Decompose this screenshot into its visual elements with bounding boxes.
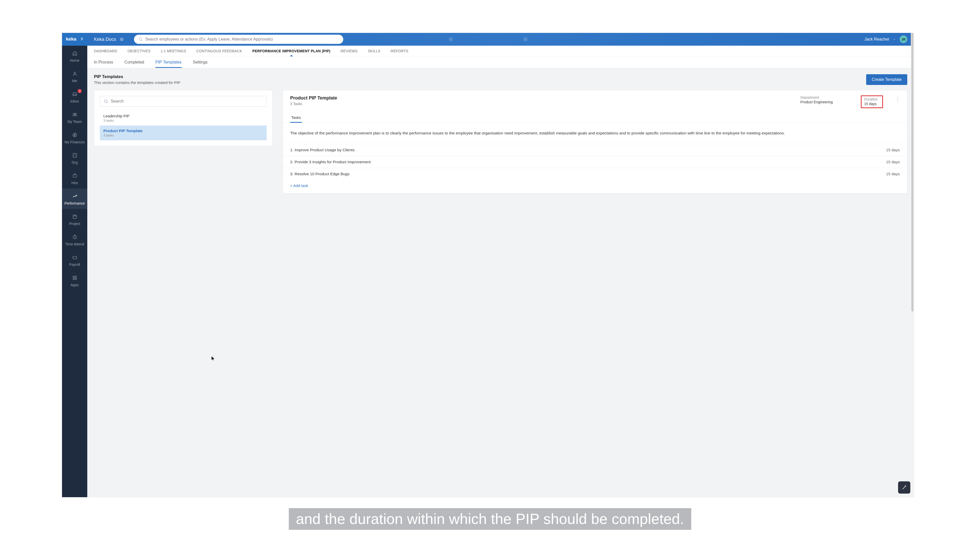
task-duration: 15 days (886, 171, 900, 176)
task-name: 1. Improve Product Usage by Clients (290, 148, 355, 152)
sidebar-item-label: Performance (64, 201, 85, 205)
template-description: The objective of the performance improve… (283, 123, 907, 144)
svg-point-1 (74, 72, 76, 74)
svg-rect-11 (75, 276, 76, 277)
department-value: Product Engineering (800, 100, 833, 104)
primary-tab[interactable]: CONTINUOUS FEEDBACK (197, 46, 242, 56)
primary-tab[interactable]: 1:1 MEETINGS (161, 46, 186, 56)
inbox-badge: 3 (78, 89, 82, 93)
detail-title: Product PIP Template (290, 95, 337, 101)
chevron-down-icon[interactable] (893, 38, 896, 41)
project-icon (72, 213, 78, 220)
task-name: 2. Provide 3 Insights for Product Improv… (290, 160, 371, 164)
sidebar-item-performance[interactable]: Performance (62, 189, 87, 209)
page-title: PIP Templates (94, 74, 180, 79)
magic-fab-button[interactable] (898, 481, 910, 494)
svg-rect-9 (73, 256, 76, 259)
template-meta: 3 tasks (103, 133, 263, 137)
global-search[interactable] (134, 35, 343, 44)
primary-tab[interactable]: REVIEWS (341, 46, 358, 56)
payroll-icon (72, 254, 78, 260)
sidebar-item-label: Hire (72, 181, 78, 185)
template-list-item[interactable]: Leadership PIP3 tasks (100, 111, 267, 125)
sidebar-item-label: Payroll (69, 262, 80, 267)
home-icon (72, 50, 78, 56)
inbox-icon (72, 91, 78, 97)
sidebar-item-label: Home (70, 59, 80, 62)
logo: keka (62, 33, 87, 46)
primary-tab[interactable]: DASHBOARD (94, 46, 117, 56)
topbar: Keka Docs Jack Reacher JR (87, 33, 914, 46)
hire-icon (72, 173, 78, 179)
user-icon (72, 71, 78, 77)
duration-label: Duration (864, 97, 878, 101)
workspace-switcher[interactable]: Keka Docs (94, 37, 124, 42)
user-name[interactable]: Jack Reacher (864, 37, 889, 41)
svg-point-19 (897, 100, 898, 101)
performance-icon (72, 193, 78, 199)
sidebar-item-label: Inbox (70, 99, 79, 103)
sidebar-item-me[interactable]: Me (62, 66, 87, 86)
sidebar-item-my-team[interactable]: My Team (62, 107, 87, 127)
svg-point-15 (139, 38, 142, 40)
team-icon (72, 111, 78, 118)
primary-tab[interactable]: REPORTS (391, 46, 409, 56)
svg-text:keka: keka (66, 36, 76, 41)
task-row[interactable]: 1. Improve Product Usage by Clients15 da… (283, 144, 907, 156)
add-task-button[interactable]: + Add task (283, 180, 907, 193)
sidebar-item-my-finances[interactable]: My Finances (62, 127, 87, 148)
create-template-button[interactable]: Create Template (866, 74, 907, 85)
detail-subtitle: 3 Tasks (290, 102, 337, 106)
search-input[interactable] (145, 37, 339, 41)
template-search[interactable] (100, 96, 267, 106)
sidebar: keka Home Me 3 Inbox My Team My Finances… (62, 33, 87, 497)
template-search-input[interactable] (111, 99, 263, 103)
gear-icon (120, 37, 124, 41)
sidebar-item-hire[interactable]: Hire (62, 168, 87, 189)
sidebar-item-time-attend[interactable]: Time Attend (62, 229, 87, 250)
svg-point-17 (897, 97, 898, 98)
page-subtitle: This section contains the templates crea… (94, 80, 180, 85)
sidebar-item-inbox[interactable]: 3 Inbox (62, 86, 87, 107)
primary-tab[interactable]: OBJECTIVES (127, 46, 150, 56)
workspace-name: Keka Docs (94, 37, 116, 42)
sidebar-item-label: Apps (71, 283, 79, 287)
sub-tab[interactable]: In Process (94, 56, 113, 68)
sidebar-item-label: Project (69, 222, 80, 226)
sub-tabs: In ProcessCompletedPIP TemplatesSettings (87, 56, 914, 68)
vertical-scrollbar[interactable] (911, 33, 914, 497)
detail-tab-tasks[interactable]: Tasks (290, 113, 302, 123)
svg-rect-6 (73, 175, 76, 177)
more-menu-button[interactable] (896, 95, 900, 104)
primary-tab[interactable]: SKILLS (368, 46, 380, 56)
duration-field: Duration 15 days (861, 95, 883, 108)
department-field: Department Product Engineering (800, 95, 833, 104)
sidebar-item-project[interactable]: Project (62, 209, 87, 229)
task-row[interactable]: 3. Resolve 10 Product Edge Bugs15 days (283, 168, 907, 180)
sub-tab[interactable]: Completed (124, 56, 144, 68)
template-list-item[interactable]: Product PIP Template3 tasks (100, 125, 267, 140)
sidebar-item-label: My Finances (65, 140, 85, 144)
main: Keka Docs Jack Reacher JR DASHBOARDOBJEC… (87, 33, 914, 497)
search-icon (103, 99, 108, 103)
template-meta: 3 tasks (103, 119, 263, 122)
svg-rect-5 (73, 154, 76, 157)
sidebar-item-home[interactable]: Home (62, 46, 87, 66)
sub-tab[interactable]: Settings (193, 56, 208, 68)
avatar[interactable]: JR (900, 35, 907, 43)
svg-rect-10 (73, 276, 74, 277)
svg-point-14 (121, 39, 122, 40)
sidebar-item-payroll[interactable]: Payroll (62, 250, 87, 270)
primary-tab[interactable]: PERFORMANCE IMPROVEMENT PLAN (PIP) (252, 46, 331, 56)
sidebar-item-org[interactable]: Org (62, 148, 87, 168)
sub-tab[interactable]: PIP Templates (156, 56, 182, 68)
svg-rect-13 (75, 278, 76, 279)
template-name: Leadership PIP (103, 114, 263, 118)
task-row[interactable]: 2. Provide 3 Insights for Product Improv… (283, 156, 907, 168)
sidebar-item-label: Time Attend (65, 242, 84, 246)
template-name: Product PIP Template (103, 129, 263, 133)
sidebar-item-apps[interactable]: Apps (62, 270, 87, 291)
primary-tabs: DASHBOARDOBJECTIVES1:1 MEETINGSCONTINUOU… (87, 46, 914, 56)
org-icon (72, 152, 78, 159)
scrollbar-thumb[interactable] (912, 33, 913, 311)
